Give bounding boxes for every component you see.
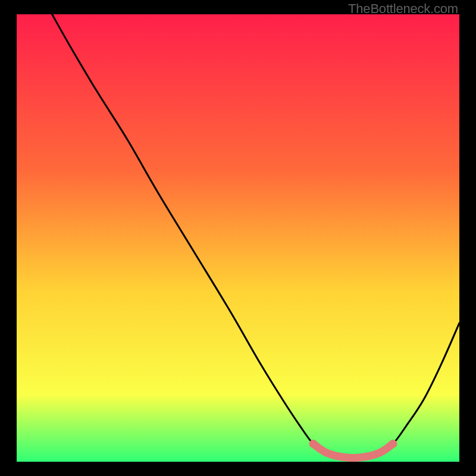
chart-frame bbox=[17, 14, 459, 462]
highlight-endpoint-left bbox=[309, 440, 317, 448]
highlight-endpoint-right bbox=[389, 440, 397, 448]
gradient-background bbox=[17, 14, 459, 462]
bottleneck-chart bbox=[17, 14, 459, 462]
